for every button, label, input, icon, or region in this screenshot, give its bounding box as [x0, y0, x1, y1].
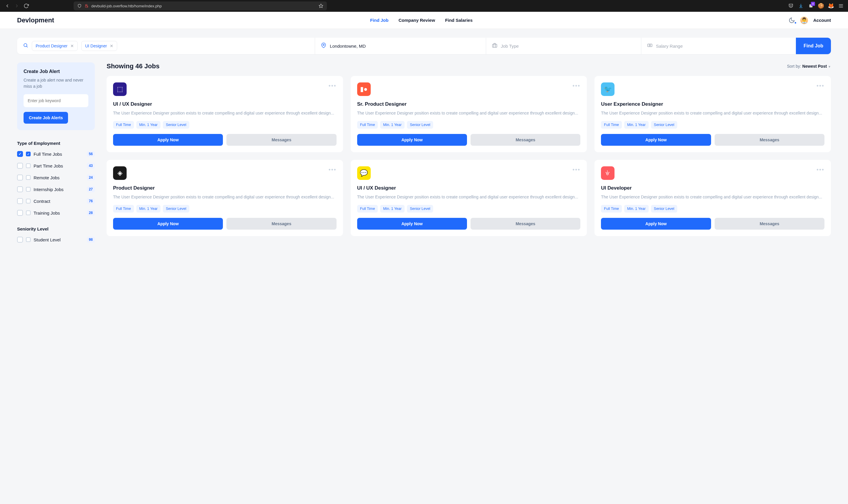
filter-count: 43	[87, 163, 95, 169]
forward-button[interactable]	[14, 3, 20, 9]
messages-button[interactable]: Messages	[470, 218, 580, 230]
checkbox-outer[interactable]	[17, 237, 23, 242]
filter-count: 56	[87, 151, 95, 157]
checkbox-inner[interactable]	[26, 187, 31, 192]
apply-button[interactable]: Apply Now	[113, 218, 223, 230]
extension-icon[interactable]: 8	[808, 3, 814, 9]
messages-button[interactable]: Messages	[470, 134, 580, 146]
button-row: Apply NowMessages	[357, 218, 581, 230]
checkbox-outer[interactable]	[17, 175, 23, 180]
reload-button[interactable]	[23, 3, 30, 9]
card-menu-icon[interactable]: •••	[572, 166, 580, 173]
location-value: Londontowne, MD	[330, 43, 366, 49]
checkbox-outer[interactable]	[17, 163, 23, 169]
search-jobtype-segment[interactable]: Job Type	[486, 38, 641, 54]
card-menu-icon[interactable]: •••	[572, 83, 580, 89]
filter-row[interactable]: Contract76	[17, 198, 95, 204]
job-description: The User Experience Designer position ex…	[113, 110, 337, 116]
user-avatar[interactable]: 👨‍💼	[800, 17, 808, 24]
checkbox-inner[interactable]	[26, 163, 31, 168]
briefcase-icon	[492, 43, 497, 49]
job-title: UI Developer	[601, 185, 825, 191]
profile-avatar-icon[interactable]: 🦊	[828, 3, 834, 9]
job-alert-card: Create Job Alert Create a job alert now …	[17, 62, 95, 130]
company-icon: 🐦	[601, 83, 614, 96]
results-header: Showing 46 Jobs Sort by: Newest Post▼	[107, 62, 831, 70]
account-link[interactable]: Account	[813, 18, 831, 23]
job-tag: Full Time	[357, 121, 378, 129]
remove-tag-icon[interactable]: ✕	[110, 43, 113, 48]
filter-row[interactable]: Full Time Jobs56	[17, 151, 95, 157]
filter-row[interactable]: Remote Jobs24	[17, 175, 95, 180]
checkbox-inner[interactable]	[26, 151, 31, 156]
location-pin-icon	[321, 43, 326, 49]
filter-label: Training Jobs	[34, 211, 84, 216]
company-icon: ◈	[113, 166, 127, 180]
messages-button[interactable]: Messages	[227, 134, 336, 146]
job-card: ꄃ•••UI DeveloperThe User Experience Desi…	[595, 160, 831, 236]
dark-mode-toggle[interactable]	[789, 17, 795, 23]
site-logo[interactable]: Devlopment	[17, 17, 54, 24]
messages-button[interactable]: Messages	[715, 218, 825, 230]
apply-button[interactable]: Apply Now	[357, 218, 467, 230]
back-button[interactable]	[4, 3, 11, 9]
checkbox-outer[interactable]	[17, 151, 23, 157]
apply-button[interactable]: Apply Now	[357, 134, 467, 146]
create-alert-button[interactable]: Create Job Alerts	[23, 112, 68, 124]
employment-filter-group: Type of Employment Full Time Jobs56Part …	[17, 141, 95, 216]
job-tag: Min. 1 Year	[136, 205, 161, 213]
nav-find-job[interactable]: Find Job	[370, 18, 389, 23]
checkbox-outer[interactable]	[17, 210, 23, 216]
card-menu-icon[interactable]: •••	[816, 83, 825, 89]
sort-value: Newest Post	[802, 64, 827, 69]
search-salary-segment[interactable]: Salary Range	[641, 38, 796, 54]
lock-insecure-icon	[84, 3, 89, 8]
job-tag: Full Time	[601, 205, 622, 213]
apply-button[interactable]: Apply Now	[113, 134, 223, 146]
sort-dropdown[interactable]: Sort by: Newest Post▼	[787, 64, 831, 69]
browser-chrome: devbuild-job.overflow.htb/home/index.php…	[0, 0, 848, 12]
job-description: The User Experience Designer position ex…	[601, 194, 825, 200]
search-keywords-segment[interactable]: Product Designer ✕ UI Designer ✕	[17, 38, 315, 54]
messages-button[interactable]: Messages	[227, 218, 336, 230]
card-menu-icon[interactable]: •••	[329, 83, 337, 89]
search-tag[interactable]: Product Designer ✕	[32, 41, 78, 51]
job-tag: Senior Level	[651, 205, 678, 213]
job-tag: Senior Level	[407, 205, 433, 213]
filter-row[interactable]: Internship Jobs27	[17, 186, 95, 192]
search-tag[interactable]: UI Designer ✕	[81, 41, 117, 51]
checkbox-inner[interactable]	[26, 211, 31, 215]
search-location-segment[interactable]: Londontowne, MD	[315, 38, 486, 54]
apply-button[interactable]: Apply Now	[601, 134, 711, 146]
apply-button[interactable]: Apply Now	[601, 218, 711, 230]
profile-cookie-icon[interactable]: 🍪	[818, 3, 824, 9]
hamburger-menu-icon[interactable]	[838, 3, 844, 9]
bookmark-star-icon[interactable]	[319, 3, 323, 8]
company-icon: ⬚	[113, 83, 127, 96]
alert-keyword-input[interactable]	[23, 94, 88, 107]
filter-row[interactable]: Student Level98	[17, 237, 95, 242]
checkbox-inner[interactable]	[26, 237, 31, 242]
filter-row[interactable]: Training Jobs28	[17, 210, 95, 216]
nav-company-review[interactable]: Company Review	[398, 18, 435, 23]
card-menu-icon[interactable]: •••	[816, 166, 825, 173]
card-menu-icon[interactable]: •••	[329, 166, 337, 173]
remove-tag-icon[interactable]: ✕	[70, 43, 74, 48]
job-tag: Min. 1 Year	[136, 121, 161, 129]
filter-row[interactable]: Part Time Jobs43	[17, 163, 95, 169]
company-icon: 💬	[357, 166, 371, 180]
url-bar[interactable]: devbuild-job.overflow.htb/home/index.php	[74, 1, 327, 10]
find-job-button[interactable]: Find Job	[796, 38, 831, 54]
job-description: The User Experience Designer position ex…	[601, 110, 825, 116]
checkbox-outer[interactable]	[17, 186, 23, 192]
download-icon[interactable]	[798, 3, 804, 9]
checkbox-inner[interactable]	[26, 175, 31, 180]
main-nav: Find Job Company Review Find Salaries	[370, 18, 473, 23]
pocket-icon[interactable]	[788, 3, 794, 9]
checkbox-outer[interactable]	[17, 198, 23, 204]
svg-point-12	[649, 45, 650, 46]
nav-find-salaries[interactable]: Find Salaries	[445, 18, 473, 23]
checkbox-inner[interactable]	[26, 199, 31, 203]
messages-button[interactable]: Messages	[715, 134, 825, 146]
job-tag: Senior Level	[651, 121, 678, 129]
